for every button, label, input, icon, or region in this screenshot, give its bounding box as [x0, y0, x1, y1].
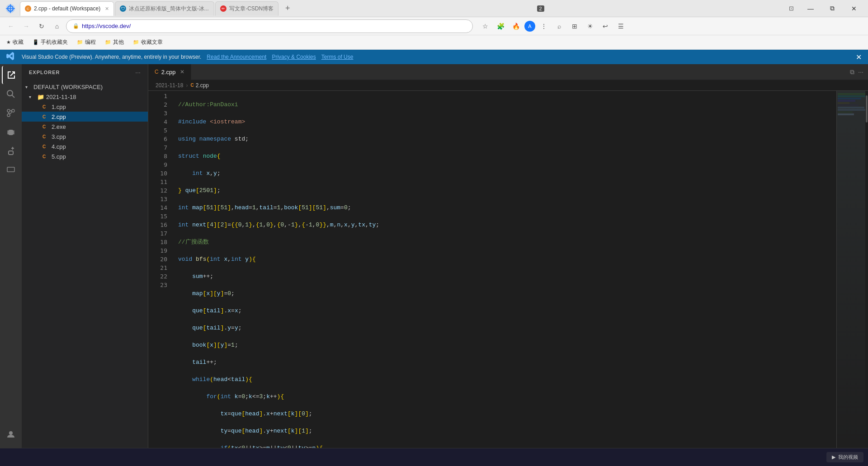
file-2cpp-label: 2.cpp	[52, 113, 66, 120]
forward-button[interactable]: →	[20, 20, 33, 33]
sidebar-header: EXPLORER ···	[22, 64, 148, 80]
tab-active[interactable]: C 2.cpp - default (Workspace) ✕	[20, 1, 114, 16]
tab-3[interactable]: ✏ 写文章-CSDN博客	[215, 1, 278, 16]
taskbar-video-label: 我的视频	[838, 454, 858, 461]
home-button[interactable]: ⌂	[51, 20, 63, 33]
search-icon[interactable]: ⌕	[552, 19, 566, 33]
file-1cpp-label: 1.cpp	[52, 104, 66, 110]
file-4cpp[interactable]: C 4.cpp	[22, 141, 148, 151]
tab-count-badge: 2	[537, 5, 544, 12]
bookmark-4-label: 其他	[113, 38, 124, 46]
editor-area: C 2.cpp ✕ ⧉ ··· 2021-11-18 › C 2.cpp 123…	[148, 64, 868, 466]
minimize-button[interactable]: —	[800, 0, 821, 17]
close-button[interactable]: ✕	[844, 0, 864, 17]
announce-close-button[interactable]: ✕	[856, 53, 862, 61]
bookmark-2[interactable]: 📱 手机收藏夹	[31, 38, 70, 47]
editor-tabs: C 2.cpp ✕ ⧉ ···	[148, 64, 868, 80]
bookmark-1[interactable]: ★ 收藏	[5, 38, 25, 47]
breadcrumb-file: C 2.cpp	[190, 82, 209, 89]
address-text: https://vscode.dev/	[82, 23, 131, 29]
line-2: #include <iostream>	[178, 118, 836, 126]
split-editor-button[interactable]: ⧉	[850, 68, 854, 76]
activity-source-control[interactable]	[2, 104, 20, 122]
grid-icon[interactable]: ⊞	[568, 19, 581, 33]
editor-tab-actions: ⧉ ···	[850, 68, 868, 76]
breadcrumb-date: 2021-11-18	[156, 82, 183, 89]
extension-icon[interactable]: 🧩	[494, 19, 507, 33]
back-button[interactable]: ←	[5, 20, 17, 33]
settings-icon[interactable]: 🔥	[509, 19, 523, 33]
star-icon: ★	[6, 39, 11, 45]
line-7: int map[51][51],head=1,tail=1,book[51][5…	[178, 203, 836, 212]
play-icon: ▶	[832, 454, 835, 460]
browser-action-1[interactable]: ⊡	[787, 3, 796, 14]
line-17: while(head<tail){	[178, 375, 836, 384]
activity-extensions[interactable]	[2, 142, 20, 160]
announce-text: Visual Studio Code (Preview). Anywhere, …	[22, 54, 201, 60]
address-input[interactable]: 🔒 https://vscode.dev/	[66, 19, 473, 33]
folder-icon-3: 📁	[133, 39, 139, 45]
fav-icon[interactable]: ☆	[478, 19, 492, 33]
editor-tab-label: 2.cpp	[161, 69, 176, 75]
line-12: map[x][y]=0;	[178, 289, 836, 298]
workspace-item[interactable]: ▾ DEFAULT (WORKSPACE)	[22, 82, 148, 92]
privacy-cookies-link[interactable]: Privacy & Cookies	[272, 54, 316, 60]
undo-icon[interactable]: ↩	[599, 19, 612, 33]
line-15: book[x][y]=1;	[178, 341, 836, 349]
file-1cpp[interactable]: C 1.cpp	[22, 102, 148, 112]
profile-icon[interactable]: A	[524, 21, 535, 32]
bookmark-5[interactable]: 📁 收藏文章	[131, 38, 165, 47]
activity-account[interactable]	[2, 425, 20, 443]
tab-2[interactable]: 🛡 冰点还原标准版_简体中文版-冰... ✕	[115, 1, 214, 16]
lock-icon: 🔒	[73, 23, 79, 29]
activity-remote[interactable]	[2, 161, 20, 179]
editor-tab-2cpp[interactable]: C 2.cpp ✕	[148, 64, 191, 80]
bookmark-4[interactable]: 📁 其他	[103, 38, 126, 47]
line-16: tail++;	[178, 358, 836, 367]
activity-search[interactable]	[2, 85, 20, 103]
line-1: //Author:PanDaoxi	[178, 100, 836, 109]
file-2cpp[interactable]: C 2.cpp	[22, 112, 148, 122]
more-icon[interactable]: ⋮	[537, 19, 551, 33]
read-announcement-link[interactable]: Read the Announcement	[207, 54, 266, 60]
editor-tab-close-button[interactable]: ✕	[180, 69, 184, 75]
file-2cpp-icon: C	[42, 114, 50, 119]
browser-logo	[4, 0, 17, 17]
code-content[interactable]: //Author:PanDaoxi #include <iostream> us…	[171, 91, 836, 466]
phone-icon: 📱	[33, 39, 39, 45]
folder-2021[interactable]: ▾ 📁 2021-11-18	[22, 92, 148, 102]
line-8: int next[4][2]={{0,1},{1,0},{0,-1},{-1,0…	[178, 221, 836, 229]
file-5cpp[interactable]: C 5.cpp	[22, 151, 148, 161]
line-14: que[tail].y=y;	[178, 324, 836, 332]
new-tab-button[interactable]: +	[281, 2, 294, 15]
terms-of-use-link[interactable]: Terms of Use	[321, 54, 354, 60]
bookmark-2-label: 手机收藏夹	[41, 38, 68, 46]
menu-icon[interactable]: ☰	[614, 19, 627, 33]
line-19: tx=que[head].x+next[k][0];	[178, 410, 836, 418]
more-editor-button[interactable]: ···	[858, 68, 863, 75]
code-editor[interactable]: 12345 678910 1112131415 1617181920 21222…	[148, 91, 868, 466]
line-10: void bfs(int x,int y){	[178, 255, 836, 264]
activity-explorer[interactable]	[2, 66, 20, 84]
minimap	[836, 91, 868, 466]
file-3cpp-label: 3.cpp	[52, 133, 66, 140]
window-controls: — ⧉ ✕	[800, 0, 864, 17]
tab-2-label: 冰点还原标准版_简体中文版-冰...	[129, 5, 209, 13]
bookmark-5-label: 收藏文章	[141, 38, 163, 46]
tab-2-close[interactable]: ✕	[213, 6, 214, 12]
tab-close-active[interactable]: ✕	[105, 6, 109, 12]
taskbar-video[interactable]: ▶ 我的视频	[826, 452, 863, 462]
refresh-button[interactable]: ↻	[35, 20, 48, 33]
sidebar-more-button[interactable]: ···	[135, 69, 141, 76]
theme-icon[interactable]: ☀	[583, 19, 597, 33]
file-3cpp-icon: C	[42, 134, 50, 139]
activity-bar	[0, 64, 22, 466]
file-3cpp[interactable]: C 3.cpp	[22, 132, 148, 141]
bookmark-3[interactable]: 📁 编程	[75, 38, 98, 47]
svg-point-10	[9, 431, 13, 435]
file-2exe[interactable]: C 2.exe	[22, 122, 148, 132]
activity-debug[interactable]	[2, 123, 20, 141]
minimap-content	[837, 91, 868, 466]
line-numbers: 12345 678910 1112131415 1617181920 21222…	[148, 91, 171, 466]
maximize-button[interactable]: ⧉	[822, 0, 843, 17]
